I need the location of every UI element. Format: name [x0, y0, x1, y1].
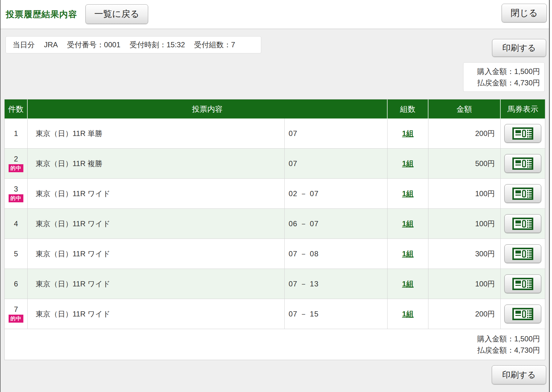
sets-link[interactable]: 1組 — [402, 309, 413, 319]
bet-numbers: 07 － 08 — [285, 239, 388, 269]
row-number: 5 — [14, 250, 18, 258]
purchase-amount: 購入金額：1,500円 — [477, 66, 540, 77]
hit-badge: 的中 — [9, 164, 23, 172]
bet-amount: 100円 — [428, 269, 501, 299]
sets-cell: 1組 — [388, 118, 428, 148]
header-sets: 組数 — [388, 99, 428, 118]
window-left-border — [0, 0, 1, 392]
ticket-cell — [501, 179, 545, 208]
bet-description: 東京（日）11R ワイド — [28, 269, 285, 299]
sets-cell: 1組 — [388, 299, 428, 329]
row-count-cell: 1 — [5, 118, 28, 148]
print-button-bottom[interactable]: 印刷する — [492, 365, 546, 384]
close-button[interactable]: 閉じる — [502, 4, 547, 22]
table-row: 4 東京（日）11R ワイド 06 － 07 1組 100円 — [5, 209, 545, 239]
ticket-view-button[interactable] — [504, 244, 541, 263]
bet-amount: 200円 — [428, 118, 501, 148]
header-ticket-view: 馬券表示 — [501, 99, 545, 118]
sets-cell: 1組 — [388, 179, 428, 208]
ticket-cell — [501, 209, 545, 239]
table-footer: 購入金額：1,500円 払戻金額：4,730円 — [5, 329, 545, 360]
bet-numbers: 07 — [285, 118, 388, 148]
ticket-cell — [501, 269, 545, 299]
summary-box-top: 購入金額：1,500円 払戻金額：4,730円 — [463, 62, 545, 92]
sets-link[interactable]: 1組 — [402, 129, 413, 138]
header-amount: 金額 — [428, 99, 501, 118]
table-row: 7 的中 東京（日）11R ワイド 07 － 15 1組 200円 — [5, 299, 545, 329]
bet-numbers: 06 － 07 — [285, 209, 388, 239]
bet-description: 東京（日）11R ワイド — [28, 239, 285, 269]
row-number: 6 — [14, 280, 18, 288]
receipt-number: 受付番号：0001 — [67, 40, 120, 50]
window-right-gutter — [550, 0, 552, 392]
purchase-amount-bottom: 購入金額：1,500円 — [477, 333, 540, 344]
bet-numbers: 07 － 13 — [285, 269, 388, 299]
bet-amount: 500円 — [428, 149, 501, 178]
table-row: 1 東京（日）11R 単勝 07 1組 200円 — [5, 118, 545, 149]
ticket-icon — [512, 157, 533, 170]
title-bar: 投票履歴結果内容 一覧に戻る 閉じる — [1, 0, 549, 29]
ticket-view-button[interactable] — [504, 184, 541, 203]
ticket-view-button[interactable] — [504, 214, 541, 233]
back-to-list-button[interactable]: 一覧に戻る — [85, 4, 148, 24]
ticket-icon — [512, 248, 533, 260]
refund-amount-bottom: 払戻金額：4,730円 — [477, 344, 540, 356]
ticket-icon — [512, 308, 533, 320]
bet-description: 東京（日）11R 単勝 — [28, 118, 285, 148]
header-bet-content: 投票内容 — [28, 99, 388, 118]
receipt-org: JRA — [44, 41, 58, 49]
bet-numbers: 07 — [285, 149, 388, 178]
ticket-icon — [512, 127, 533, 140]
sets-link[interactable]: 1組 — [402, 249, 413, 259]
print-button-top[interactable]: 印刷する — [492, 39, 546, 57]
header-count: 件数 — [5, 99, 28, 118]
hit-badge: 的中 — [9, 315, 23, 322]
bet-numbers: 02 － 07 — [285, 179, 388, 208]
bet-amount: 100円 — [428, 179, 501, 208]
table-header-row: 件数 投票内容 組数 金額 馬券表示 — [5, 99, 545, 118]
ticket-cell — [501, 239, 545, 269]
ticket-view-button[interactable] — [504, 154, 541, 173]
sets-link[interactable]: 1組 — [402, 219, 413, 229]
table-row: 3 的中 東京（日）11R ワイド 02 － 07 1組 100円 — [5, 179, 545, 209]
sets-link[interactable]: 1組 — [402, 189, 413, 199]
betting-table: 件数 投票内容 組数 金額 馬券表示 1 東京（日）11R 単勝 07 1組 2… — [4, 99, 545, 360]
page-title: 投票履歴結果内容 — [6, 0, 77, 29]
table-body: 1 東京（日）11R 単勝 07 1組 200円 — [5, 118, 545, 329]
ticket-view-button[interactable] — [504, 124, 541, 143]
row-number: 3 — [14, 185, 18, 193]
sets-cell: 1組 — [388, 269, 428, 299]
row-number: 7 — [14, 305, 18, 314]
row-count-cell: 4 — [5, 209, 28, 239]
receipt-info-bar: 当日分 JRA 受付番号：0001 受付時刻：15:32 受付組数：7 — [6, 36, 261, 53]
bet-description: 東京（日）11R 複勝 — [28, 149, 285, 178]
sets-link[interactable]: 1組 — [402, 279, 413, 289]
sets-cell: 1組 — [388, 209, 428, 239]
ticket-icon — [512, 278, 533, 290]
row-count-cell: 3 的中 — [5, 179, 28, 208]
bet-description: 東京（日）11R ワイド — [28, 179, 285, 208]
bet-numbers: 07 － 15 — [285, 299, 388, 329]
sets-link[interactable]: 1組 — [402, 159, 413, 169]
refund-amount: 払戻金額：4,730円 — [477, 77, 540, 88]
bet-amount: 300円 — [428, 239, 501, 269]
ticket-view-button[interactable] — [504, 274, 541, 293]
bet-amount: 100円 — [428, 209, 501, 239]
ticket-icon — [512, 218, 533, 230]
ticket-cell — [501, 118, 545, 148]
receipt-day: 当日分 — [13, 40, 35, 50]
table-row: 5 東京（日）11R ワイド 07 － 08 1組 300円 — [5, 239, 545, 269]
receipt-sets: 受付組数：7 — [194, 40, 235, 50]
row-count-cell: 2 的中 — [5, 149, 28, 178]
row-count-cell: 7 的中 — [5, 299, 28, 329]
row-number: 4 — [14, 219, 18, 228]
ticket-view-button[interactable] — [504, 305, 541, 323]
row-number: 2 — [14, 155, 18, 163]
sets-cell: 1組 — [388, 239, 428, 269]
bet-description: 東京（日）11R ワイド — [28, 299, 285, 329]
row-number: 1 — [14, 129, 18, 138]
hit-badge: 的中 — [9, 194, 23, 202]
receipt-time: 受付時刻：15:32 — [130, 40, 185, 50]
bet-description: 東京（日）11R ワイド — [28, 209, 285, 239]
ticket-icon — [512, 188, 533, 200]
